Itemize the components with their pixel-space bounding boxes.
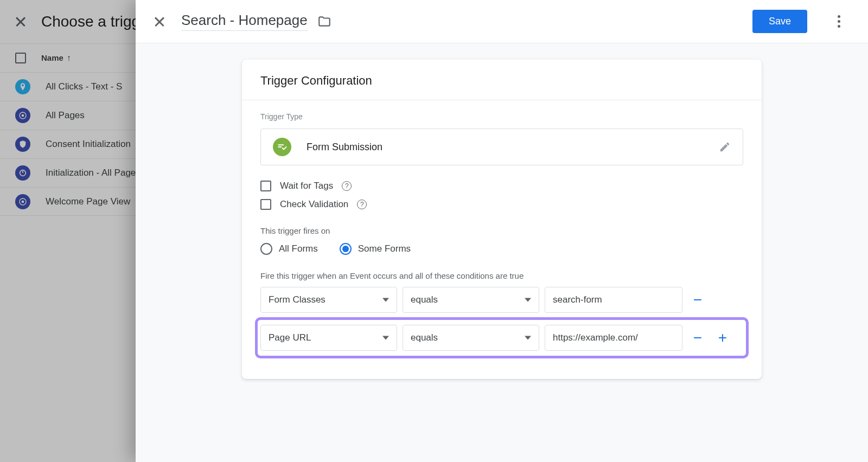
radio-selected-icon — [340, 243, 352, 255]
panel-header: Search - Homepage Save — [136, 0, 868, 43]
check-validation-checkbox[interactable] — [260, 199, 271, 210]
help-icon[interactable]: ? — [357, 200, 367, 209]
trigger-type-name: Form Submission — [307, 142, 704, 153]
wait-for-tags-checkbox[interactable] — [260, 181, 271, 191]
form-submission-icon — [273, 138, 291, 156]
condition-operator-select[interactable]: equals — [403, 325, 539, 351]
trigger-edit-panel: Search - Homepage Save Trigger Configura… — [136, 0, 868, 462]
save-button[interactable]: Save — [752, 10, 807, 33]
wait-for-tags-label: Wait for Tags — [280, 181, 333, 191]
all-forms-radio[interactable]: All Forms — [260, 243, 318, 255]
condition-value-input[interactable] — [545, 287, 682, 313]
check-validation-row: Check Validation ? — [260, 199, 743, 210]
remove-condition-button[interactable]: − — [688, 290, 707, 310]
fires-on-label: This trigger fires on — [260, 226, 743, 235]
add-condition-button[interactable]: + — [713, 328, 732, 348]
wait-for-tags-row: Wait for Tags ? — [260, 181, 743, 191]
folder-icon[interactable] — [317, 15, 331, 29]
edit-icon[interactable] — [719, 141, 731, 153]
trigger-configuration-card: Trigger Configuration Trigger Type Form … — [242, 60, 762, 379]
some-forms-radio[interactable]: Some Forms — [340, 243, 411, 255]
radio-icon — [260, 243, 272, 255]
more-vertical-icon — [838, 15, 840, 28]
all-forms-label: All Forms — [279, 243, 318, 254]
more-options-button[interactable] — [828, 11, 850, 33]
trigger-type-selector[interactable]: Form Submission — [260, 129, 743, 165]
condition-variable-select[interactable]: Form Classes — [260, 287, 397, 313]
fires-on-radio-group: All Forms Some Forms — [260, 243, 743, 255]
condition-operator-select[interactable]: equals — [403, 287, 539, 313]
remove-condition-button[interactable]: − — [688, 328, 707, 348]
condition-variable-select[interactable]: Page URL — [260, 325, 397, 351]
trigger-type-label: Trigger Type — [260, 112, 743, 121]
trigger-name-input[interactable]: Search - Homepage — [181, 12, 308, 31]
condition-value-input[interactable] — [545, 325, 682, 351]
close-icon[interactable] — [154, 16, 165, 27]
conditions-label: Fire this trigger when an Event occurs a… — [260, 271, 743, 280]
some-forms-label: Some Forms — [358, 243, 411, 254]
help-icon[interactable]: ? — [342, 181, 352, 191]
card-title: Trigger Configuration — [242, 60, 762, 100]
condition-row: Page URLequals−+ — [257, 319, 746, 356]
condition-row: Form Classesequals− — [260, 287, 743, 313]
check-validation-label: Check Validation — [280, 199, 348, 210]
